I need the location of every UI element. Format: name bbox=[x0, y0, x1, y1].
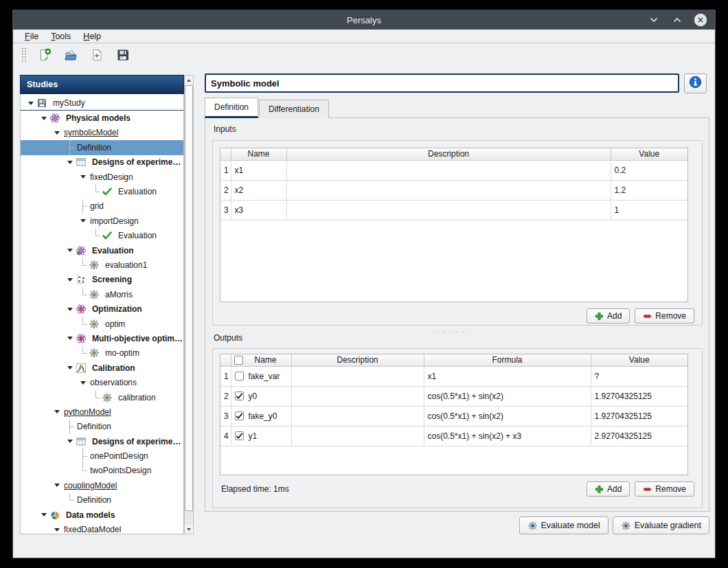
tree-item-definition[interactable]: Definition bbox=[21, 140, 183, 155]
expander-icon[interactable] bbox=[39, 508, 49, 522]
expander-icon[interactable] bbox=[65, 361, 75, 375]
input-name-cell[interactable]: x3 bbox=[231, 200, 286, 220]
output-checkbox[interactable] bbox=[235, 372, 244, 380]
output-value-cell[interactable]: 2.92704325125 bbox=[591, 426, 687, 446]
expander-icon[interactable] bbox=[52, 126, 62, 140]
output-name-cell[interactable]: y1 bbox=[231, 426, 291, 446]
expander-icon[interactable] bbox=[65, 273, 75, 287]
output-formula-cell[interactable]: x1 bbox=[424, 366, 591, 386]
tree-item-evaluation[interactable]: Evaluation bbox=[21, 229, 183, 243]
tree-item-importdesign[interactable]: importDesign bbox=[21, 214, 183, 228]
output-description-cell[interactable] bbox=[291, 406, 424, 426]
expander-icon[interactable] bbox=[52, 522, 62, 534]
output-description-cell[interactable] bbox=[291, 366, 424, 386]
tree-item-screening[interactable]: Screening bbox=[21, 273, 183, 287]
tree-item-calibration[interactable]: Calibration bbox=[21, 361, 183, 375]
inputs-add-button[interactable]: Add bbox=[587, 308, 630, 323]
outputs-remove-button[interactable]: Remove bbox=[635, 481, 694, 497]
expander-icon[interactable] bbox=[65, 155, 75, 170]
output-formula-cell[interactable]: cos(0.5*x1) + sin(x2) bbox=[424, 406, 591, 426]
output-value-cell[interactable]: 1.92704325125 bbox=[591, 406, 687, 426]
evaluate-gradient-button[interactable]: Evaluate gradient bbox=[613, 516, 709, 534]
tree-item-evaluation[interactable]: Evaluation bbox=[21, 184, 183, 198]
maximize-button[interactable] bbox=[670, 12, 685, 27]
menu-tools[interactable]: Tools bbox=[45, 30, 77, 43]
tree-item-designs-of-experime[interactable]: Designs of experime… bbox=[21, 434, 183, 448]
import-script-button[interactable] bbox=[88, 46, 106, 64]
tree-item-definition[interactable]: Definition bbox=[21, 493, 183, 508]
tree-item-mo-optim[interactable]: mo-optim bbox=[21, 346, 183, 361]
tree-item-designs-of-experime[interactable]: Designs of experime… bbox=[21, 155, 183, 170]
minimize-button[interactable] bbox=[646, 12, 661, 27]
tree-item-optimization[interactable]: Optimization bbox=[21, 302, 183, 316]
output-description-cell[interactable] bbox=[291, 386, 424, 406]
output-name-cell[interactable]: y0 bbox=[231, 386, 291, 406]
expander-icon[interactable] bbox=[78, 214, 88, 228]
tree-item-data-models[interactable]: Data models bbox=[21, 508, 183, 522]
tree-item-pythonmodel[interactable]: pythonModel bbox=[21, 405, 183, 419]
expander-icon[interactable] bbox=[65, 302, 75, 316]
input-name-cell[interactable]: x1 bbox=[231, 160, 286, 180]
input-value-cell[interactable]: 1 bbox=[611, 200, 687, 220]
expander-icon[interactable] bbox=[52, 478, 62, 492]
tree-item-amorris[interactable]: aMorris bbox=[21, 287, 183, 302]
save-study-button[interactable] bbox=[114, 46, 132, 64]
input-name-cell[interactable]: x2 bbox=[231, 180, 286, 200]
toolbar-drag-handle[interactable] bbox=[21, 47, 26, 63]
expander-icon[interactable] bbox=[65, 434, 75, 448]
close-button[interactable] bbox=[693, 12, 708, 27]
inputs-remove-button[interactable]: Remove bbox=[635, 308, 694, 323]
output-formula-cell[interactable]: cos(0.5*x1) + sin(x2) + x3 bbox=[424, 426, 591, 446]
scroll-down-button[interactable] bbox=[185, 525, 193, 534]
tree-item-onepointdesign[interactable]: onePointDesign bbox=[21, 448, 183, 463]
input-value-cell[interactable]: 0.2 bbox=[611, 160, 687, 180]
tree-scrollbar[interactable] bbox=[184, 75, 194, 534]
tree-item-observations[interactable]: observations bbox=[21, 375, 183, 389]
inputs-outputs-splitter[interactable] bbox=[431, 330, 470, 333]
output-checkbox[interactable] bbox=[235, 411, 244, 420]
tree-item-grid[interactable]: grid bbox=[21, 199, 183, 214]
output-value-cell[interactable]: 1.92704325125 bbox=[591, 386, 687, 406]
output-checkbox[interactable] bbox=[234, 356, 243, 365]
menu-file[interactable]: File bbox=[19, 30, 45, 43]
expander-icon[interactable] bbox=[26, 96, 36, 110]
output-formula-cell[interactable]: cos(0.5*x1) + sin(x2) bbox=[424, 386, 591, 406]
input-value-cell[interactable]: 1.2 bbox=[611, 180, 687, 200]
tree-item-evaluation1[interactable]: evaluation1 bbox=[21, 258, 183, 272]
tree-item-calibration[interactable]: calibration bbox=[21, 390, 183, 405]
tree-item-symbolicmodel[interactable]: symbolicModel bbox=[21, 126, 183, 140]
tree-item-definition[interactable]: Definition bbox=[21, 420, 183, 434]
new-study-button[interactable] bbox=[36, 46, 54, 64]
input-description-cell[interactable] bbox=[286, 160, 611, 180]
output-name-cell[interactable]: fake_var bbox=[231, 366, 291, 386]
tree-item-multi-objective-optim[interactable]: Multi-objective optim… bbox=[21, 331, 183, 345]
tab-definition[interactable]: Definition bbox=[205, 98, 258, 118]
output-checkbox[interactable] bbox=[235, 391, 244, 400]
tree-item-evaluation[interactable]: Evaluation bbox=[21, 243, 183, 258]
evaluate-model-button[interactable]: Evaluate model bbox=[519, 516, 608, 534]
info-button[interactable] bbox=[684, 73, 707, 93]
tree-item-fixeddatamodel[interactable]: fixedDataModel bbox=[21, 522, 183, 534]
tree-item-physical-models[interactable]: Physical models bbox=[21, 111, 183, 125]
tree-item-fixeddesign[interactable]: fixedDesign bbox=[21, 170, 183, 184]
scroll-thumb[interactable] bbox=[185, 85, 193, 511]
expander-icon[interactable] bbox=[78, 170, 88, 184]
tab-differentiation[interactable]: Differentiation bbox=[259, 100, 329, 118]
expander-icon[interactable] bbox=[39, 111, 49, 125]
expander-icon[interactable] bbox=[65, 243, 75, 258]
scroll-up-button[interactable] bbox=[185, 76, 193, 84]
tree-item-mystudy[interactable]: myStudy bbox=[21, 96, 183, 111]
open-study-button[interactable] bbox=[62, 46, 80, 64]
tree-item-couplingmodel[interactable]: couplingModel bbox=[21, 478, 183, 492]
menu-help[interactable]: Help bbox=[77, 30, 107, 43]
model-name-field[interactable] bbox=[205, 73, 679, 93]
expander-icon[interactable] bbox=[65, 331, 75, 345]
output-description-cell[interactable] bbox=[291, 426, 424, 446]
output-checkbox[interactable] bbox=[235, 431, 244, 440]
outputs-add-button[interactable]: Add bbox=[587, 481, 630, 497]
input-description-cell[interactable] bbox=[286, 200, 611, 220]
output-value-cell[interactable]: ? bbox=[591, 366, 687, 386]
output-name-cell[interactable]: fake_y0 bbox=[231, 406, 291, 426]
tree-item-twopointsdesign[interactable]: twoPointsDesign bbox=[21, 464, 183, 478]
expander-icon[interactable] bbox=[52, 405, 62, 419]
